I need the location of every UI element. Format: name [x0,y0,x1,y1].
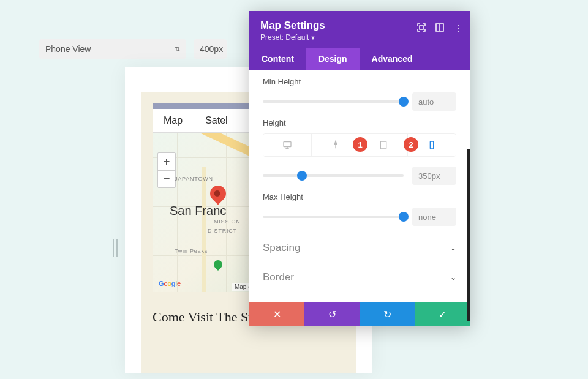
min-height-row [263,92,456,111]
road-street [202,167,206,292]
map-zoom-controls: + − [157,152,176,188]
cancel-button[interactable]: ✕ [249,302,304,326]
tab-design[interactable]: Design [306,48,360,70]
device-select[interactable]: Phone View ⇅ [39,39,186,59]
chevron-updown-icon: ⇅ [175,45,180,53]
map-label-district: DISTRICT [208,228,237,234]
settings-panel: Map Settings Preset: Default▼ ⋮ Content … [249,11,470,326]
panel-header-icons: ⋮ [417,23,462,34]
callout-1: 1 [353,137,368,152]
tab-content[interactable]: Content [249,48,306,70]
slider-thumb[interactable] [399,212,409,222]
tab-advanced[interactable]: Advanced [360,48,425,70]
zoom-in-button[interactable]: + [158,153,175,170]
min-height-slider[interactable] [263,100,404,103]
save-button[interactable]: ✓ [415,302,470,326]
accordion-spacing[interactable]: Spacing ⌄ [263,233,456,263]
max-height-label: Max Height [263,192,456,201]
slider-thumb[interactable] [399,97,409,107]
map-label-mission: MISSION [214,219,241,225]
redo-button[interactable]: ↻ [360,302,415,326]
device-hover-button[interactable] [311,134,360,156]
accordion-border[interactable]: Border ⌄ [263,263,456,292]
undo-button[interactable]: ↺ [304,302,360,326]
expand-icon[interactable] [417,23,426,34]
accordion-border-label: Border [263,271,294,283]
chevron-down-icon: ▼ [310,35,315,41]
map-city-label: San Franc [170,204,226,218]
map-tab-map[interactable]: Map [153,109,194,132]
slider-thumb[interactable] [297,171,307,181]
chevron-down-icon: ⌄ [450,273,456,282]
panel-footer: ✕ ↺ ↻ ✓ [249,302,470,326]
columns-icon[interactable] [435,23,444,34]
svg-rect-5 [430,141,433,149]
map-tab-satellite[interactable]: Satel [194,109,238,132]
kebab-menu-icon[interactable]: ⋮ [454,23,462,34]
map-label-japantown: JAPANTOWN [175,176,213,182]
min-height-input[interactable] [412,92,456,111]
svg-rect-3 [284,142,291,147]
height-label: Height [263,118,456,127]
device-desktop-button[interactable] [263,134,311,156]
zoom-out-button[interactable]: − [158,170,175,187]
preview-width-input[interactable]: 400px [194,39,227,59]
chevron-down-icon: ⌄ [450,244,456,252]
svg-rect-4 [381,141,386,149]
max-height-row [263,208,456,226]
preview-width-value: 400px [200,44,223,54]
svg-rect-0 [420,26,423,29]
callout-2: 2 [404,137,418,152]
panel-header: Map Settings Preset: Default▼ ⋮ [249,11,470,48]
panel-tabs: Content Design Advanced [249,48,470,70]
height-slider[interactable] [263,174,404,177]
panel-preset[interactable]: Preset: Default▼ [260,33,459,42]
decorative-lines [113,239,118,257]
accordion-spacing-label: Spacing [263,242,300,254]
scrollbar[interactable] [467,149,470,321]
google-logo: Google [159,280,181,287]
height-input[interactable] [412,167,456,185]
device-select-label: Phone View [45,44,91,54]
panel-body: Min Height Height [249,70,470,302]
map-label-twinpeaks: Twin Peaks [175,248,208,254]
min-height-label: Min Height [263,77,456,86]
max-height-input[interactable] [412,208,456,226]
max-height-slider[interactable] [263,216,404,218]
height-row [263,167,456,185]
